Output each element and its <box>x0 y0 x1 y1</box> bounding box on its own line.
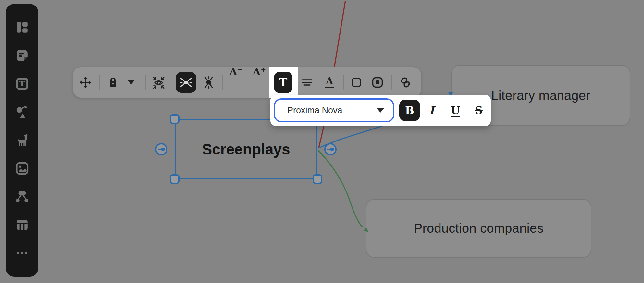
node-label: Production companies <box>414 221 544 236</box>
node-label: Screenplays <box>202 141 290 158</box>
selection-handle-top-left[interactable] <box>170 114 180 124</box>
sidebar-item-shapes[interactable] <box>13 103 31 121</box>
text-frame-icon: T <box>15 77 29 91</box>
toolbar-separator <box>172 75 172 90</box>
text-color-button[interactable]: A <box>325 67 334 98</box>
sidebar-item-llama[interactable] <box>13 131 31 149</box>
boards-icon <box>15 20 29 34</box>
strikethrough-button[interactable]: S <box>471 100 487 121</box>
underline-button[interactable]: U <box>447 100 464 121</box>
font-family-value: Proxima Nova <box>287 105 342 116</box>
sidebar-item-boards[interactable] <box>13 18 31 36</box>
chevron-down-icon <box>128 80 134 84</box>
toolbar-separator <box>145 75 146 90</box>
border-outline-icon <box>351 77 362 88</box>
image-icon <box>15 162 29 175</box>
plus-sign: + <box>261 67 266 73</box>
text-style-popover: Proxima Nova B I U S <box>270 95 491 126</box>
connector-left[interactable] <box>155 143 167 155</box>
focus-eye-icon <box>152 76 165 89</box>
toolbar-separator <box>99 75 100 90</box>
font-family-select[interactable]: Proxima Nova <box>274 98 394 122</box>
table-icon <box>15 218 29 232</box>
disperse-nodes-button-active[interactable] <box>176 72 196 93</box>
text-color-letter: A <box>326 77 333 86</box>
align-center-icon <box>301 77 313 88</box>
fill-style-button[interactable] <box>372 67 383 98</box>
shapes-connector-icon <box>15 105 29 119</box>
canvas[interactable]: Literary manager Production companies Sc… <box>0 0 644 283</box>
selection-handle-bottom-right[interactable] <box>313 174 322 184</box>
connector-plug-icon <box>158 148 165 151</box>
chevron-down-icon <box>377 108 384 113</box>
node-production-companies[interactable]: Production companies <box>366 199 591 258</box>
toolbar-separator <box>343 75 344 90</box>
note-icon <box>15 49 29 62</box>
font-size-increase-button[interactable]: A+ <box>253 67 266 98</box>
underline-label: U <box>451 104 460 117</box>
move-button[interactable] <box>79 67 92 98</box>
sidebar-item-image[interactable] <box>13 159 31 178</box>
connector-plug-icon <box>327 148 334 151</box>
bold-label: B <box>405 104 414 117</box>
font-size-letter: A <box>253 67 260 77</box>
connector-right[interactable] <box>324 143 337 155</box>
toolbar-separator <box>222 75 223 90</box>
sidebar-item-table[interactable] <box>13 216 31 234</box>
disperse-nodes-icon <box>180 76 192 89</box>
svg-text:T: T <box>19 79 25 88</box>
collapse-nodes-icon <box>203 76 215 89</box>
bold-button-active[interactable]: B <box>399 100 420 121</box>
fill-inner-square-icon <box>372 77 383 88</box>
strikethrough-label: S <box>475 104 483 117</box>
focus-view-button[interactable] <box>152 67 165 98</box>
edge-green[interactable] <box>318 150 362 227</box>
format-toolbar <box>73 67 421 98</box>
sidebar-item-more[interactable] <box>13 244 31 262</box>
border-style-button[interactable] <box>351 67 362 98</box>
italic-label: I <box>429 104 434 117</box>
sidebar-item-text[interactable]: T <box>13 75 31 93</box>
node-label: Literary manager <box>491 88 590 103</box>
minus-sign: − <box>237 67 242 73</box>
collapse-nodes-button[interactable] <box>203 67 215 98</box>
lock-icon <box>107 77 119 88</box>
mindmap-icon <box>15 190 29 203</box>
font-size-decrease-button[interactable]: A− <box>229 67 242 98</box>
sidebar-item-mindmap[interactable] <box>13 188 31 206</box>
text-style-button-active[interactable]: T <box>274 72 292 93</box>
selection-handle-bottom-left[interactable] <box>170 174 180 184</box>
text-color-icon: A <box>325 77 334 88</box>
sidebar-item-note[interactable] <box>13 46 31 65</box>
toolbar-separator <box>391 75 392 90</box>
font-size-letter: A <box>229 67 237 77</box>
more-dots-icon <box>15 246 29 260</box>
text-align-button[interactable] <box>301 67 313 98</box>
tool-sidebar: T <box>6 4 38 277</box>
lock-button[interactable] <box>107 67 119 98</box>
italic-button[interactable]: I <box>424 100 440 121</box>
node-screenplays-selected[interactable]: Screenplays <box>175 119 317 179</box>
lock-options-dropdown[interactable] <box>128 67 134 98</box>
llama-icon <box>15 133 29 147</box>
link-icon <box>399 76 412 89</box>
link-button[interactable] <box>399 67 412 98</box>
move-icon <box>79 76 92 89</box>
text-color-bar <box>325 87 334 88</box>
text-button-label: T <box>279 76 287 89</box>
